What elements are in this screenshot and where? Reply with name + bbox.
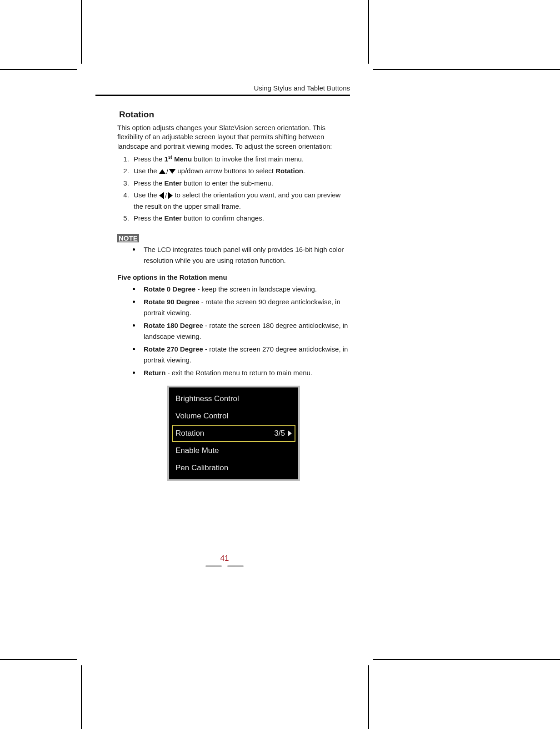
text: button to invoke the first main menu. <box>192 155 304 163</box>
text: st <box>168 155 172 160</box>
option-item: Rotate 270 Degree - rotate the screen 27… <box>131 344 350 366</box>
text: Press the <box>134 155 165 163</box>
text: 1 <box>165 155 168 163</box>
note-list: The LCD integrates touch panel will only… <box>117 244 350 266</box>
intro-paragraph: This option adjusts changes your SlateVi… <box>117 123 350 151</box>
menu-row-brightness[interactable]: Brightness Control <box>172 390 295 407</box>
option-item: Rotate 90 Degree - rotate the screen 90 … <box>131 297 350 318</box>
triangle-up-icon <box>159 169 165 174</box>
step-2: Use the / up/down arrow buttons to selec… <box>131 166 350 177</box>
header-rule <box>95 95 350 96</box>
text: button to enter the sub-menu. <box>182 179 273 187</box>
text: Press the <box>134 214 165 222</box>
text: Menu <box>172 155 192 163</box>
option-item: Rotate 180 Degree - rotate the screen 18… <box>131 320 350 342</box>
chevron-right-icon <box>288 430 292 437</box>
menu-label: Enable Mute <box>175 446 219 455</box>
text: Use the <box>134 191 159 199</box>
step-1: Press the 1st Menu button to invoke the … <box>131 154 350 165</box>
text: Enter <box>165 214 182 222</box>
text: Use the <box>134 167 159 175</box>
note-item: The LCD integrates touch panel will only… <box>131 244 350 266</box>
text: Rotate 270 Degree <box>144 345 203 353</box>
page-number: 41 <box>81 554 368 563</box>
menu-indicator: 3/5 <box>274 429 285 438</box>
options-heading: Five options in the Rotation menu <box>117 273 350 281</box>
text: Rotate 180 Degree <box>144 322 203 329</box>
option-list: Rotate 0 Degree - keep the screen in lan… <box>117 284 350 378</box>
step-3: Press the Enter button to enter the sub-… <box>131 178 350 189</box>
step-4: Use the / to select the orientation you … <box>131 190 350 212</box>
text: - keep the screen in landscape viewing. <box>195 285 317 293</box>
text: button to confirm changes. <box>182 214 264 222</box>
device-menu: Brightness Control Volume Control Rotati… <box>167 386 300 481</box>
menu-label: Brightness Control <box>175 394 239 403</box>
slash: / <box>165 190 167 201</box>
menu-row-mute[interactable]: Enable Mute <box>172 442 295 459</box>
option-item: Return - exit the Rotation menu to retur… <box>131 367 350 378</box>
step-5: Press the Enter button to confirm change… <box>131 213 350 224</box>
menu-label: Pen Calibration <box>175 463 228 473</box>
running-head: Using Stylus and Tablet Buttons <box>117 84 350 92</box>
footer-ornament <box>205 564 245 568</box>
text: Return <box>144 369 165 377</box>
menu-row-rotation[interactable]: Rotation 3/5 <box>172 425 295 442</box>
option-item: Rotate 0 Degree - keep the screen in lan… <box>131 284 350 295</box>
note-label: NOTE <box>117 234 139 242</box>
triangle-right-icon <box>168 192 173 199</box>
menu-label: Rotation <box>175 429 204 438</box>
text: Rotate 90 Degree <box>144 298 200 306</box>
section-title: Rotation <box>119 110 350 120</box>
text: up/down arrow buttons to select <box>177 167 275 175</box>
text: Rotate 0 Degree <box>144 285 195 293</box>
slash: / <box>166 166 168 177</box>
text: - exit the Rotation menu to return to ma… <box>165 369 312 377</box>
text: Enter <box>165 179 182 187</box>
text: Rotation <box>275 167 303 175</box>
text: . <box>303 167 305 175</box>
steps-list: Press the 1st Menu button to invoke the … <box>117 154 350 224</box>
text: Press the <box>134 179 165 187</box>
menu-row-pen[interactable]: Pen Calibration <box>172 459 295 477</box>
menu-label: Volume Control <box>175 412 228 421</box>
menu-row-volume[interactable]: Volume Control <box>172 407 295 425</box>
triangle-left-icon <box>159 192 164 199</box>
triangle-down-icon <box>169 169 175 174</box>
